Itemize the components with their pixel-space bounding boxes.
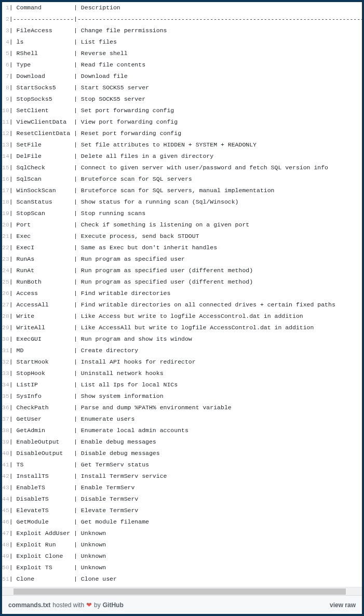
code-table: 1| Command | Description2|--------------…	[2, 2, 362, 585]
line-number[interactable]: 25	[2, 276, 9, 288]
code-row: 41| TS | Get TermServ status	[2, 459, 362, 471]
line-number[interactable]: 13	[2, 139, 9, 151]
line-number[interactable]: 28	[2, 311, 9, 322]
line-number[interactable]: 1	[2, 2, 9, 14]
line-number[interactable]: 49	[2, 551, 9, 562]
code-row: 23| RunAs | Run program as specified use…	[2, 253, 362, 265]
line-content: | DisableOutput | Disable debug messages	[9, 448, 362, 459]
code-row: 51| Clone | Clone user	[2, 573, 362, 585]
line-number[interactable]: 33	[2, 368, 9, 379]
line-number[interactable]: 16	[2, 173, 9, 185]
code-row: 50| Exploit TS | Unknown	[2, 562, 362, 573]
line-number[interactable]: 30	[2, 333, 9, 345]
line-number[interactable]: 17	[2, 185, 9, 196]
code-row: 11| ViewClientData | View port forwardin…	[2, 116, 362, 128]
code-row: 25| RunBoth | Run program as specified u…	[2, 276, 362, 288]
line-number[interactable]: 14	[2, 151, 9, 162]
line-number[interactable]: 8	[2, 82, 9, 93]
line-number[interactable]: 9	[2, 93, 9, 105]
line-content: | GetUser | Enumerate users	[9, 413, 362, 425]
code-row: 43| EnableTS | Enable TermServ	[2, 482, 362, 493]
line-number[interactable]: 29	[2, 322, 9, 333]
line-content: | MD | Create directory	[9, 345, 362, 356]
line-number[interactable]: 15	[2, 162, 9, 173]
line-number[interactable]: 20	[2, 219, 9, 231]
line-number[interactable]: 27	[2, 299, 9, 311]
line-number[interactable]: 40	[2, 448, 9, 459]
line-number[interactable]: 48	[2, 539, 9, 551]
line-number[interactable]: 35	[2, 391, 9, 402]
line-number[interactable]: 23	[2, 253, 9, 265]
code-row: 2|-----------------|--------------------…	[2, 14, 362, 25]
line-content: | ResetClientData | Reset port forwardin…	[9, 128, 362, 139]
code-row: 35| SysInfo | Show system information	[2, 391, 362, 402]
code-row: 28| Write | Like Access but write to log…	[2, 311, 362, 322]
line-number[interactable]: 26	[2, 288, 9, 299]
line-number[interactable]: 50	[2, 562, 9, 573]
line-content: | EnableTS | Enable TermServ	[9, 482, 362, 493]
line-number[interactable]: 32	[2, 356, 9, 368]
line-content: | WriteAll | Like AccessAll but write to…	[9, 322, 362, 333]
line-number[interactable]: 38	[2, 425, 9, 436]
line-number[interactable]: 44	[2, 493, 9, 505]
line-number[interactable]: 46	[2, 516, 9, 528]
line-number[interactable]: 41	[2, 459, 9, 471]
code-row: 6| Type | Read file contents	[2, 59, 362, 71]
line-content: | SysInfo | Show system information	[9, 391, 362, 402]
line-number[interactable]: 31	[2, 345, 9, 356]
line-number[interactable]: 43	[2, 482, 9, 493]
line-content: | SetFile | Set file attributes to HIDDE…	[9, 139, 362, 151]
code-row: 12| ResetClientData | Reset port forward…	[2, 128, 362, 139]
line-content: | DelFile | Delete all files in a given …	[9, 151, 362, 162]
code-row: 37| GetUser | Enumerate users	[2, 413, 362, 425]
code-row: 38| GetAdmin | Enumerate local admin acc…	[2, 425, 362, 436]
filename-link[interactable]: commands.txt	[8, 601, 50, 609]
line-number[interactable]: 42	[2, 471, 9, 482]
line-number[interactable]: 51	[2, 573, 9, 585]
line-content: | RunAs | Run program as specified user	[9, 253, 362, 265]
line-content: | Access | Find writable directories	[9, 288, 362, 299]
line-number[interactable]: 24	[2, 265, 9, 276]
line-number[interactable]: 18	[2, 196, 9, 208]
line-number[interactable]: 21	[2, 231, 9, 242]
code-row: 22| ExecI | Same as Exec but don't inher…	[2, 242, 362, 253]
view-raw-link[interactable]: view raw	[330, 601, 356, 609]
code-row: 26| Access | Find writable directories	[2, 288, 362, 299]
scrollbar-thumb[interactable]	[14, 588, 346, 595]
line-number[interactable]: 6	[2, 59, 9, 71]
line-number[interactable]: 37	[2, 413, 9, 425]
line-number[interactable]: 2	[2, 14, 9, 25]
line-number[interactable]: 12	[2, 128, 9, 139]
line-content: | Exploit AddUser | Unknown	[9, 528, 362, 539]
line-content: | ListIP | List all Ips for local NICs	[9, 379, 362, 391]
line-number[interactable]: 19	[2, 208, 9, 219]
github-link[interactable]: GitHub	[103, 601, 124, 609]
footer-left: commands.txt hosted with ❤ by GitHub	[8, 601, 124, 609]
line-number[interactable]: 39	[2, 436, 9, 448]
line-number[interactable]: 11	[2, 116, 9, 128]
line-number[interactable]: 45	[2, 505, 9, 516]
line-content: | InstallTS | Install TermServ service	[9, 471, 362, 482]
horizontal-scrollbar[interactable]	[2, 587, 362, 595]
line-content: | ViewClientData | View port forwarding …	[9, 116, 362, 128]
line-number[interactable]: 7	[2, 71, 9, 82]
line-number[interactable]: 47	[2, 528, 9, 539]
line-number[interactable]: 34	[2, 379, 9, 391]
code-row: 49| Exploit Clone | Unknown	[2, 551, 362, 562]
line-content: | ExecI | Same as Exec but don't inherit…	[9, 242, 362, 253]
code-row: 33| StopHook | Uninstall network hooks	[2, 368, 362, 379]
line-number[interactable]: 36	[2, 402, 9, 413]
line-number[interactable]: 4	[2, 36, 9, 48]
line-content: | GetModule | Get module filename	[9, 516, 362, 528]
code-row: 9| StopSocks5 | Stop SOCKS5 server	[2, 93, 362, 105]
line-number[interactable]: 22	[2, 242, 9, 253]
line-content: | StopSocks5 | Stop SOCKS5 server	[9, 93, 362, 105]
line-number[interactable]: 5	[2, 48, 9, 59]
line-content: | StopScan | Stop running scans	[9, 208, 362, 219]
code-row: 5| RShell | Reverse shell	[2, 48, 362, 59]
hosted-text: hosted with	[52, 601, 84, 609]
line-number[interactable]: 3	[2, 25, 9, 36]
line-content: | Type | Read file contents	[9, 59, 362, 71]
line-number[interactable]: 10	[2, 105, 9, 116]
code-row: 10| SetClient | Set port forwarding conf…	[2, 105, 362, 116]
